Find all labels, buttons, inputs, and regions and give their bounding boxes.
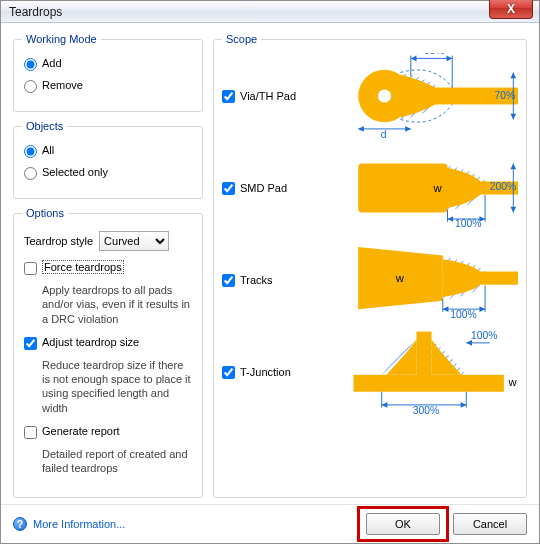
scope-smd-row: SMD Pad w	[222, 145, 518, 231]
working-mode-legend: Working Mode	[22, 33, 101, 45]
objects-selected-only-radio[interactable]	[24, 167, 37, 180]
adjust-teardrop-size-checkbox[interactable]	[24, 337, 37, 350]
force-teardrops-label[interactable]: Force teardrops	[42, 261, 124, 273]
scope-smd-label[interactable]: SMD Pad	[240, 182, 287, 194]
objects-all-label[interactable]: All	[42, 144, 54, 156]
teardrop-style-label: Teardrop style	[24, 235, 93, 247]
options-legend: Options	[22, 207, 68, 219]
ok-highlight-box: OK	[357, 506, 449, 542]
svg-text:100%: 100%	[450, 309, 476, 320]
svg-marker-44	[461, 402, 467, 408]
teardrop-style-select[interactable]: Curved	[99, 231, 169, 251]
svg-marker-6	[405, 126, 411, 132]
generate-report-checkbox[interactable]	[24, 426, 37, 439]
options-group: Options Teardrop style Curved Force tear…	[13, 207, 203, 498]
scope-tjunction-checkbox[interactable]	[222, 366, 235, 379]
scope-tracks-row: Tracks w	[222, 237, 518, 323]
adjust-teardrop-size-label[interactable]: Adjust teardrop size	[42, 336, 139, 348]
scope-tjunction-label[interactable]: T-Junction	[240, 366, 291, 378]
generate-report-desc: Detailed report of created and failed te…	[42, 447, 194, 476]
svg-marker-43	[382, 402, 388, 408]
objects-selected-only-label[interactable]: Selected only	[42, 166, 108, 178]
svg-text:200%: 200%	[490, 181, 516, 192]
right-column: Scope Via/TH Pad	[213, 33, 527, 498]
scope-legend: Scope	[222, 33, 261, 45]
close-icon: X	[507, 2, 515, 16]
svg-marker-36	[479, 306, 485, 312]
scope-via-checkbox[interactable]	[222, 90, 235, 103]
svg-text:100%: 100%	[471, 330, 497, 341]
working-mode-add-radio[interactable]	[24, 58, 37, 71]
dialog-footer: ? More Information... OK Cancel	[1, 504, 539, 543]
window-title: Teardrops	[9, 5, 62, 19]
more-information-label: More Information...	[33, 518, 125, 530]
svg-marker-9	[411, 56, 417, 62]
svg-text:w: w	[395, 272, 405, 284]
left-column: Working Mode Add Remove Objects All	[13, 33, 203, 498]
force-teardrops-desc: Apply teardrops to all pads and/or vias,…	[42, 283, 194, 326]
svg-marker-10	[447, 56, 453, 62]
objects-legend: Objects	[22, 120, 67, 132]
svg-marker-5	[358, 126, 364, 132]
dialog-content: Working Mode Add Remove Objects All	[1, 23, 539, 504]
svg-marker-29	[510, 207, 516, 213]
scope-smd-diagram: w 100% 200%	[330, 145, 518, 231]
svg-text:d: d	[381, 129, 387, 139]
working-mode-remove-label[interactable]: Remove	[42, 79, 83, 91]
working-mode-remove-radio[interactable]	[24, 80, 37, 93]
svg-marker-15	[510, 73, 516, 79]
objects-all-radio[interactable]	[24, 145, 37, 158]
scope-tjunction-diagram: 300% 100% w	[330, 329, 518, 415]
svg-rect-40	[354, 375, 504, 392]
scope-tracks-label[interactable]: Tracks	[240, 274, 273, 286]
svg-marker-35	[443, 306, 449, 312]
svg-marker-22	[448, 216, 454, 222]
scope-tracks-checkbox[interactable]	[222, 274, 235, 287]
svg-marker-28	[510, 164, 516, 170]
scope-tracks-diagram: w 100%	[330, 237, 518, 323]
generate-report-label[interactable]: Generate report	[42, 425, 120, 437]
info-icon: ?	[13, 517, 27, 531]
more-information-link[interactable]: ? More Information...	[13, 517, 125, 531]
svg-point-3	[378, 89, 391, 102]
titlebar: Teardrops X	[1, 1, 539, 23]
svg-text:300%: 300%	[413, 405, 439, 415]
objects-group: Objects All Selected only	[13, 120, 203, 199]
svg-rect-41	[416, 332, 431, 377]
svg-text:w: w	[432, 182, 442, 194]
scope-via-label[interactable]: Via/TH Pad	[240, 90, 296, 102]
ok-button[interactable]: OK	[366, 513, 440, 535]
scope-via-diagram: d 50% 70%	[330, 53, 518, 139]
force-teardrops-checkbox[interactable]	[24, 262, 37, 275]
dialog-window: Teardrops X Working Mode Add Remove Obje…	[0, 0, 540, 544]
svg-text:w: w	[508, 376, 518, 388]
working-mode-group: Working Mode Add Remove	[13, 33, 203, 112]
close-button[interactable]: X	[489, 0, 533, 19]
svg-text:100%: 100%	[455, 218, 481, 229]
svg-text:50%: 50%	[424, 53, 445, 56]
scope-group: Scope Via/TH Pad	[213, 33, 527, 498]
adjust-teardrop-size-desc: Reduce teardrop size if there is not eno…	[42, 358, 194, 415]
working-mode-add-label[interactable]: Add	[42, 57, 62, 69]
scope-smd-checkbox[interactable]	[222, 182, 235, 195]
svg-marker-16	[510, 114, 516, 120]
scope-tjunction-row: T-Junction	[222, 329, 518, 415]
cancel-button[interactable]: Cancel	[453, 513, 527, 535]
svg-text:70%: 70%	[495, 90, 516, 101]
scope-via-row: Via/TH Pad	[222, 53, 518, 139]
